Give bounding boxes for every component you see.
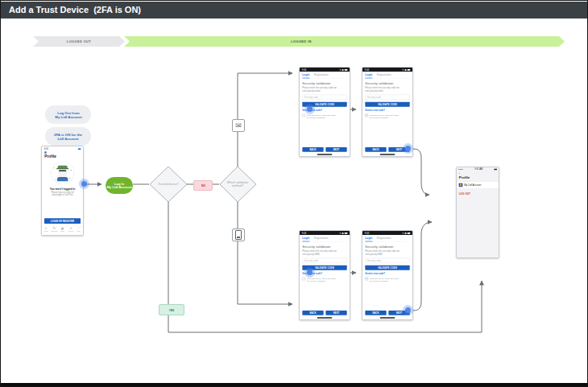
tab-registration[interactable]: Registration <box>377 73 391 78</box>
screen-title: Profile <box>44 154 83 158</box>
auth-tabs: Login Registration <box>300 235 350 242</box>
wifi-icon <box>342 69 343 71</box>
back-chevron-icon[interactable]: ‹ <box>459 172 499 175</box>
resend-code-link[interactable]: Send a new code? <box>365 272 409 274</box>
next-button[interactable]: NEXT <box>325 147 346 152</box>
timeline-segment-logged-out: LOGGED OUT <box>33 36 125 47</box>
email-branch-node[interactable]: ✉ <box>232 119 245 132</box>
tab-coupons[interactable]: % Coupons <box>50 226 58 235</box>
validate-code-button[interactable]: VALIDATE CODE <box>365 266 409 270</box>
trust-device-checkbox[interactable] <box>302 114 305 117</box>
signal-icon: ●●●● <box>458 168 463 170</box>
tab-registration[interactable]: Registration <box>377 237 391 241</box>
tab-more[interactable]: ⋯ More <box>75 226 83 235</box>
screen-heading: Security validation <box>302 245 346 249</box>
timeline-segment-logged-in: LOGGED IN <box>124 36 565 47</box>
branch-badge-no[interactable]: NO <box>193 180 213 191</box>
screen-heading: Security validation <box>302 81 346 85</box>
login-register-button[interactable]: LOGIN OR REGISTER <box>44 218 81 224</box>
branch-badge-yes[interactable]: YES <box>159 304 184 315</box>
bottom-tab-bar: ⌂ Home % Coupons ▦ Card ≡ Leaflets ⋯ M <box>42 226 83 235</box>
battery-icon <box>408 233 411 234</box>
screen-body-text: Please enter the security code we sent y… <box>365 86 409 92</box>
connector-lines <box>1 1 588 387</box>
empty-state-title: You aren't logged in <box>42 187 83 191</box>
screen-heading: Security validation <box>365 81 409 85</box>
tab-home[interactable]: ⌂ Home <box>42 226 50 235</box>
tab-registration[interactable]: Registration <box>314 237 329 241</box>
flow-canvas: Add a Trust Device (2FA is ON) LOGGED OU… <box>0 0 588 387</box>
note-2fa-on[interactable]: 2FA is ON for the Lidl Account <box>45 127 91 146</box>
tab-login[interactable]: Login <box>365 237 372 241</box>
timeline-label: LOGGED IN <box>291 39 311 43</box>
validate-code-button[interactable]: VALIDATE CODE <box>365 102 409 107</box>
tab-login[interactable]: Login <box>302 237 309 241</box>
security-code-input[interactable]: Security code <box>365 258 409 263</box>
screen-body-text: Please enter the security code we sent y… <box>365 249 409 255</box>
signal-icon <box>339 69 342 71</box>
bottom-border-bar <box>1 383 587 386</box>
security-code-input[interactable]: Security code <box>302 95 346 100</box>
wifi-icon <box>342 233 343 234</box>
screen-profile-logged-out[interactable]: 9:41 Profile You aren't logged in Please… <box>41 146 84 236</box>
battery-icon <box>78 148 81 150</box>
resend-code-link[interactable]: Send a new code? <box>365 109 409 111</box>
action-login-pill[interactable]: Log In My Lidl Account <box>106 177 133 194</box>
trust-device-row[interactable]: ✓ Trust this device, don't ask again for… <box>365 114 409 119</box>
lidl-logo-icon <box>459 183 463 187</box>
page-title: Add a Trust Device (2FA is ON) <box>9 5 141 14</box>
back-button[interactable]: BACK <box>302 311 323 315</box>
notification-icon <box>44 151 46 153</box>
signal-icon <box>402 233 404 234</box>
home-indicator <box>380 317 395 318</box>
battery-icon <box>345 69 348 71</box>
tab-leaflets[interactable]: ≡ Leaflets <box>67 226 75 235</box>
envelope-icon: ✉ <box>235 122 242 130</box>
status-time: 9:41 <box>44 147 49 150</box>
security-code-input[interactable]: Security code <box>365 95 409 100</box>
back-button[interactable]: BACK <box>302 147 323 152</box>
hotspot-next-button-sms[interactable] <box>403 305 413 315</box>
screen-title: Profile <box>459 175 499 179</box>
auth-tabs: Login Registration <box>300 72 350 79</box>
mobile-icon <box>235 230 242 240</box>
status-bar: 9:41 <box>42 146 83 150</box>
hotspot-trust-checkbox-sms[interactable] <box>304 267 315 278</box>
tab-card[interactable]: ▦ Card <box>58 226 66 235</box>
tab-login[interactable]: Login <box>302 73 309 78</box>
back-button[interactable]: BACK <box>365 147 386 152</box>
trust-device-row[interactable]: Trust this device, don't ask again for s… <box>302 114 346 119</box>
battery-icon <box>494 168 497 170</box>
screen-profile-logged-in[interactable]: ●●●● 9:41 AM ‹ Profile My Lidl Account L… <box>456 167 499 258</box>
hotspot-login-button[interactable] <box>79 179 89 189</box>
auth-tabs: Login Registration <box>362 235 412 242</box>
note-logout[interactable]: Log Out from My Lidl Account <box>45 105 91 124</box>
trust-device-checkbox-checked[interactable]: ✓ <box>365 278 368 281</box>
wifi-icon <box>404 233 406 234</box>
hotspot-next-button-email[interactable] <box>403 143 413 154</box>
back-button[interactable]: BACK <box>365 311 386 315</box>
tab-registration[interactable]: Registration <box>314 73 329 78</box>
hotspot-trust-checkbox-email[interactable] <box>304 104 315 114</box>
note-line: My Lidl Account <box>55 115 81 119</box>
sms-branch-node[interactable] <box>232 228 245 241</box>
trust-device-row[interactable]: ✓ Trust this device, don't ask again for… <box>365 278 409 282</box>
empty-state-caption: Please log in to take full advantage of … <box>42 191 83 197</box>
tab-login[interactable]: Login <box>365 73 372 78</box>
trust-device-checkbox[interactable] <box>302 278 305 281</box>
screen-heading: Security validation <box>365 245 409 249</box>
signal-icon <box>339 233 342 234</box>
auth-tabs: Login Registration <box>362 72 412 79</box>
home-indicator <box>380 154 395 154</box>
home-indicator <box>317 317 333 318</box>
window-titlebar: Add a Trust Device (2FA is ON) <box>1 2 587 19</box>
trust-device-row[interactable]: Trust this device, don't ask again for s… <box>302 278 346 282</box>
trust-device-checkbox-checked[interactable]: ✓ <box>365 114 368 117</box>
status-bar: ●●●● 9:41 AM <box>457 167 499 171</box>
screen-body-text: Please enter the security code we sent y… <box>302 86 346 92</box>
next-button[interactable]: NEXT <box>325 311 346 315</box>
logout-link[interactable]: LOG OUT <box>459 193 499 196</box>
account-list-item[interactable]: My Lidl Account <box>457 182 499 189</box>
home-indicator <box>317 154 333 154</box>
security-code-input[interactable]: Security code <box>302 258 346 263</box>
